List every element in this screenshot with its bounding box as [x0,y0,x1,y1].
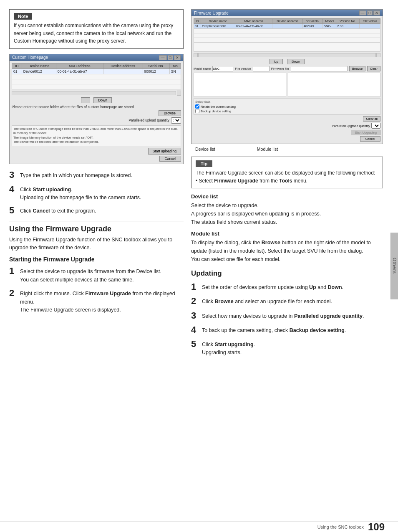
upd-step-4-number: 4 [191,325,199,335]
step-3: 3 Type the path in which your homepage i… [9,170,184,180]
firmware-device-table: ID Device name MAC address Device addres… [194,18,380,52]
firmware-upgrade-window: Firmware Upgrade — □ ✕ ID Device name MA… [191,9,383,144]
fw-step-2-content: Right click the mouse. Click Firmware Up… [20,288,184,314]
left-column: Note If you cannot establish communicati… [9,9,184,519]
step-5: 5 Click Cancel to exit the program. [9,205,184,215]
module-list-area [288,73,380,97]
upd-step-2-number: 2 [191,296,199,306]
retain-label: Retain the current setting [201,105,236,109]
step-4: 4 Click Start uploading.Uploading of the… [9,184,184,202]
cancel-button-homepage[interactable]: Cancel [159,156,181,162]
fw-down-button[interactable]: Down [287,59,305,64]
custom-homepage-window: Custom Homepage — □ ✕ ID Device name MAC… [9,54,184,164]
fw-parallel-select[interactable]: 1 [371,123,380,129]
fw-cancel-button[interactable]: Cancel [360,136,380,142]
upd-step-1-content: Set the order of devices perform update … [202,282,343,291]
window-title: Custom Homepage [12,55,48,60]
tip-text: The Firmware Upgrade screen can also be … [196,169,378,185]
module-list-label: Module list [257,147,278,152]
custom-homepage-table: ID Device name MAC address Device addres… [12,63,181,89]
model-label: Model name [194,67,211,71]
close-icon[interactable]: ✕ [174,55,181,60]
clear-all-button[interactable]: Clear all [363,116,380,122]
upd-step-1-number: 1 [191,282,199,292]
tip-label: Tip [196,160,212,167]
device-list-body: Select the device to upgrade. A progress… [191,201,383,226]
tip-box: Tip The Firmware Upgrade screen can also… [191,157,383,188]
upd-step-5: 5 Click Start upgrading.Upgrading starts… [191,339,383,357]
fw-window-title: Firmware Upgrade [194,11,229,15]
step-5-number: 5 [9,205,17,215]
note-label: Note [14,13,32,20]
fw-step-1-number: 1 [9,266,17,276]
updating-heading: Updating [191,269,383,278]
upd-step-2-content: Click Browse and select an upgrade file … [202,296,332,306]
parallel-select[interactable]: 1 [171,117,181,124]
upd-step-3: 3 Select how many devices to upgrade in … [191,311,383,321]
info-box: The total size of Custom Homepage need b… [12,125,181,146]
step-3-number: 3 [9,170,17,180]
upd-step-5-number: 5 [191,339,199,349]
bottom-label: Using the SNC toolbox [317,524,364,529]
step-3-content: Type the path in which your homepage is … [20,170,132,180]
fw-restore-icon[interactable]: □ [367,10,373,15]
firmware-file-input[interactable] [291,66,348,71]
retain-checkbox[interactable] [195,104,199,109]
device-list-label: Device list [195,147,215,152]
step-5-content: Click Cancel to exit the program. [20,205,96,215]
firmware-file-label: Firmware file [271,67,289,71]
file-version-input[interactable] [253,66,270,71]
parallel-upgrade-label: Paralleled upgrade quantity [332,124,370,128]
step-4-number: 4 [9,184,17,194]
parallel-label: Paralleled upload quantity [128,118,169,122]
device-list-heading: Device list [191,193,383,200]
fw-step-1-content: Select the device to upgrade its firmwar… [20,266,161,284]
restore-icon[interactable]: □ [168,55,173,60]
window-labels: Device list Module list [191,147,383,152]
setup-data-section: Setup data Retain the current setting Ba… [194,98,380,115]
starting-heading: Starting the Firmware Upgrade [9,256,184,263]
upd-step-3-content: Select how many devices to upgrade in Pa… [202,311,364,320]
step-4-content: Click Start uploading.Uploading of the h… [20,184,141,202]
upd-step-4: 4 To back up the camera setting, check B… [191,325,383,335]
fw-step-2: 2 Right click the mouse. Click Firmware … [9,288,184,314]
fw-close-icon[interactable]: ✕ [373,10,380,15]
page-number: 109 [368,521,385,532]
bottom-bar: Using the SNC toolbox 109 [0,521,398,532]
upd-step-4-content: To back up the camera setting, check Bac… [202,325,346,334]
model-input[interactable] [212,66,233,71]
fw-step-2-number: 2 [9,288,17,298]
fw-minimize-icon[interactable]: — [359,10,366,15]
module-list-body: To display the dialog, click the Browse … [191,238,383,263]
upd-step-1: 1 Set the order of devices perform updat… [191,282,383,292]
fw-window-titlebar: Firmware Upgrade — □ ✕ [191,10,383,16]
fw-browse-button[interactable]: Browse [349,66,365,71]
upd-step-5-content: Click Start upgrading.Upgrading starts. [202,339,255,357]
device-list-area [194,73,286,97]
start-uploading-button[interactable]: Start uploading [148,148,181,155]
backup-label: Backup device setting [201,109,231,113]
browse-button[interactable]: Browse [159,110,181,116]
right-column: Firmware Upgrade — □ ✕ ID Device name MA… [191,9,383,519]
upd-step-2: 2 Click Browse and select an upgrade fil… [191,296,383,306]
fw-up-button[interactable]: Up [270,59,283,64]
note-text: If you cannot establish communications w… [14,22,179,45]
upd-step-3-number: 3 [191,311,199,321]
up-button[interactable] [81,97,90,103]
fw-step-1: 1 Select the device to upgrade its firmw… [9,266,184,284]
firmware-section-body: Using the Firmware Upgrade function of t… [9,236,184,252]
file-version-label: File version [235,67,251,71]
side-tab: Others [390,233,398,299]
note-box: Note If you cannot establish communicati… [9,9,184,49]
module-list-heading: Module list [191,231,383,237]
start-upgrading-button[interactable]: Start Upgrading [351,130,380,135]
window-titlebar: Custom Homepage — □ ✕ [10,54,183,61]
fw-clear-button[interactable]: Clear [367,66,380,71]
backup-checkbox[interactable] [195,109,199,113]
minimize-icon[interactable]: — [159,55,167,60]
source-label: Please enter the source folder where the… [12,105,181,109]
down-button[interactable]: Down [93,97,112,103]
firmware-section-heading: Using the Firmware Upgrade [9,225,184,233]
